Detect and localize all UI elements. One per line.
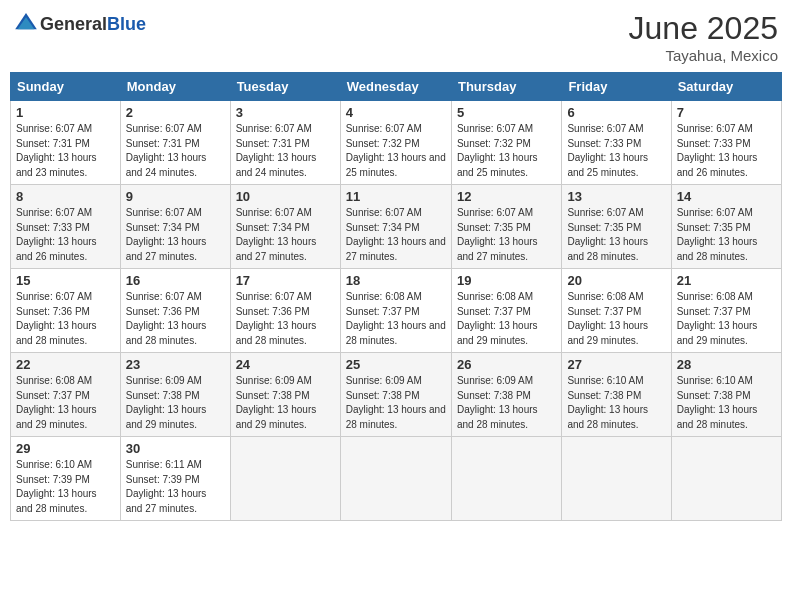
sunrise-text: Sunrise: 6:07 AM — [457, 123, 533, 134]
day-number: 24 — [236, 357, 335, 372]
calendar-row-1: 1Sunrise: 6:07 AMSunset: 7:31 PMDaylight… — [11, 101, 782, 185]
sunrise-text: Sunrise: 6:07 AM — [236, 123, 312, 134]
daylight-text: Daylight: 13 hours and 27 minutes. — [346, 236, 446, 262]
col-tuesday: Tuesday — [230, 73, 340, 101]
sunset-text: Sunset: 7:34 PM — [236, 222, 310, 233]
calendar-cell: 25Sunrise: 6:09 AMSunset: 7:38 PMDayligh… — [340, 353, 451, 437]
calendar-cell — [340, 437, 451, 521]
calendar-cell: 17Sunrise: 6:07 AMSunset: 7:36 PMDayligh… — [230, 269, 340, 353]
calendar-cell: 21Sunrise: 6:08 AMSunset: 7:37 PMDayligh… — [671, 269, 781, 353]
calendar-cell: 3Sunrise: 6:07 AMSunset: 7:31 PMDaylight… — [230, 101, 340, 185]
calendar-cell: 2Sunrise: 6:07 AMSunset: 7:31 PMDaylight… — [120, 101, 230, 185]
daylight-text: Daylight: 13 hours and 29 minutes. — [16, 404, 97, 430]
day-info: Sunrise: 6:07 AMSunset: 7:33 PMDaylight:… — [16, 206, 115, 264]
sunset-text: Sunset: 7:38 PM — [126, 390, 200, 401]
calendar-cell: 15Sunrise: 6:07 AMSunset: 7:36 PMDayligh… — [11, 269, 121, 353]
day-number: 18 — [346, 273, 446, 288]
day-number: 28 — [677, 357, 776, 372]
calendar-cell — [451, 437, 561, 521]
day-number: 13 — [567, 189, 665, 204]
daylight-text: Daylight: 13 hours and 25 minutes. — [457, 152, 538, 178]
calendar-cell: 22Sunrise: 6:08 AMSunset: 7:37 PMDayligh… — [11, 353, 121, 437]
day-info: Sunrise: 6:07 AMSunset: 7:36 PMDaylight:… — [16, 290, 115, 348]
calendar-row-4: 22Sunrise: 6:08 AMSunset: 7:37 PMDayligh… — [11, 353, 782, 437]
day-info: Sunrise: 6:09 AMSunset: 7:38 PMDaylight:… — [457, 374, 556, 432]
daylight-text: Daylight: 13 hours and 27 minutes. — [457, 236, 538, 262]
calendar-cell: 10Sunrise: 6:07 AMSunset: 7:34 PMDayligh… — [230, 185, 340, 269]
daylight-text: Daylight: 13 hours and 29 minutes. — [457, 320, 538, 346]
day-number: 14 — [677, 189, 776, 204]
day-number: 7 — [677, 105, 776, 120]
daylight-text: Daylight: 13 hours and 28 minutes. — [236, 320, 317, 346]
day-info: Sunrise: 6:08 AMSunset: 7:37 PMDaylight:… — [677, 290, 776, 348]
day-number: 17 — [236, 273, 335, 288]
sunrise-text: Sunrise: 6:07 AM — [346, 123, 422, 134]
day-info: Sunrise: 6:07 AMSunset: 7:32 PMDaylight:… — [457, 122, 556, 180]
sunrise-text: Sunrise: 6:07 AM — [16, 291, 92, 302]
daylight-text: Daylight: 13 hours and 26 minutes. — [16, 236, 97, 262]
daylight-text: Daylight: 13 hours and 28 minutes. — [346, 320, 446, 346]
col-monday: Monday — [120, 73, 230, 101]
calendar-cell: 14Sunrise: 6:07 AMSunset: 7:35 PMDayligh… — [671, 185, 781, 269]
calendar-cell: 6Sunrise: 6:07 AMSunset: 7:33 PMDaylight… — [562, 101, 671, 185]
day-info: Sunrise: 6:10 AMSunset: 7:39 PMDaylight:… — [16, 458, 115, 516]
day-number: 23 — [126, 357, 225, 372]
day-info: Sunrise: 6:08 AMSunset: 7:37 PMDaylight:… — [16, 374, 115, 432]
day-info: Sunrise: 6:07 AMSunset: 7:34 PMDaylight:… — [126, 206, 225, 264]
sunset-text: Sunset: 7:35 PM — [567, 222, 641, 233]
daylight-text: Daylight: 13 hours and 28 minutes. — [16, 488, 97, 514]
logo-icon — [14, 10, 38, 38]
calendar-cell: 11Sunrise: 6:07 AMSunset: 7:34 PMDayligh… — [340, 185, 451, 269]
month-title: June 2025 — [629, 10, 778, 47]
day-number: 12 — [457, 189, 556, 204]
col-saturday: Saturday — [671, 73, 781, 101]
sunset-text: Sunset: 7:37 PM — [457, 306, 531, 317]
sunrise-text: Sunrise: 6:10 AM — [16, 459, 92, 470]
calendar-cell: 4Sunrise: 6:07 AMSunset: 7:32 PMDaylight… — [340, 101, 451, 185]
daylight-text: Daylight: 13 hours and 26 minutes. — [677, 152, 758, 178]
calendar-cell: 26Sunrise: 6:09 AMSunset: 7:38 PMDayligh… — [451, 353, 561, 437]
day-info: Sunrise: 6:11 AMSunset: 7:39 PMDaylight:… — [126, 458, 225, 516]
day-number: 9 — [126, 189, 225, 204]
logo-text: GeneralBlue — [40, 14, 146, 35]
day-info: Sunrise: 6:07 AMSunset: 7:36 PMDaylight:… — [126, 290, 225, 348]
day-number: 30 — [126, 441, 225, 456]
daylight-text: Daylight: 13 hours and 28 minutes. — [567, 404, 648, 430]
sunrise-text: Sunrise: 6:07 AM — [346, 207, 422, 218]
sunset-text: Sunset: 7:37 PM — [16, 390, 90, 401]
day-info: Sunrise: 6:10 AMSunset: 7:38 PMDaylight:… — [677, 374, 776, 432]
calendar-cell — [230, 437, 340, 521]
day-info: Sunrise: 6:08 AMSunset: 7:37 PMDaylight:… — [567, 290, 665, 348]
calendar-cell — [562, 437, 671, 521]
sunrise-text: Sunrise: 6:09 AM — [236, 375, 312, 386]
calendar-cell: 5Sunrise: 6:07 AMSunset: 7:32 PMDaylight… — [451, 101, 561, 185]
day-info: Sunrise: 6:07 AMSunset: 7:34 PMDaylight:… — [346, 206, 446, 264]
sunrise-text: Sunrise: 6:10 AM — [567, 375, 643, 386]
day-number: 8 — [16, 189, 115, 204]
col-sunday: Sunday — [11, 73, 121, 101]
sunrise-text: Sunrise: 6:08 AM — [677, 291, 753, 302]
col-wednesday: Wednesday — [340, 73, 451, 101]
sunset-text: Sunset: 7:33 PM — [16, 222, 90, 233]
day-info: Sunrise: 6:07 AMSunset: 7:35 PMDaylight:… — [677, 206, 776, 264]
sunset-text: Sunset: 7:32 PM — [346, 138, 420, 149]
sunrise-text: Sunrise: 6:07 AM — [567, 207, 643, 218]
calendar-cell: 28Sunrise: 6:10 AMSunset: 7:38 PMDayligh… — [671, 353, 781, 437]
daylight-text: Daylight: 13 hours and 28 minutes. — [567, 236, 648, 262]
sunset-text: Sunset: 7:31 PM — [16, 138, 90, 149]
day-info: Sunrise: 6:07 AMSunset: 7:33 PMDaylight:… — [677, 122, 776, 180]
sunset-text: Sunset: 7:38 PM — [236, 390, 310, 401]
calendar-cell: 9Sunrise: 6:07 AMSunset: 7:34 PMDaylight… — [120, 185, 230, 269]
sunset-text: Sunset: 7:35 PM — [457, 222, 531, 233]
day-info: Sunrise: 6:09 AMSunset: 7:38 PMDaylight:… — [236, 374, 335, 432]
calendar-row-3: 15Sunrise: 6:07 AMSunset: 7:36 PMDayligh… — [11, 269, 782, 353]
calendar-cell: 24Sunrise: 6:09 AMSunset: 7:38 PMDayligh… — [230, 353, 340, 437]
day-info: Sunrise: 6:08 AMSunset: 7:37 PMDaylight:… — [346, 290, 446, 348]
day-number: 5 — [457, 105, 556, 120]
sunrise-text: Sunrise: 6:07 AM — [567, 123, 643, 134]
day-number: 15 — [16, 273, 115, 288]
sunset-text: Sunset: 7:39 PM — [16, 474, 90, 485]
sunrise-text: Sunrise: 6:11 AM — [126, 459, 202, 470]
sunrise-text: Sunrise: 6:08 AM — [16, 375, 92, 386]
sunset-text: Sunset: 7:38 PM — [457, 390, 531, 401]
